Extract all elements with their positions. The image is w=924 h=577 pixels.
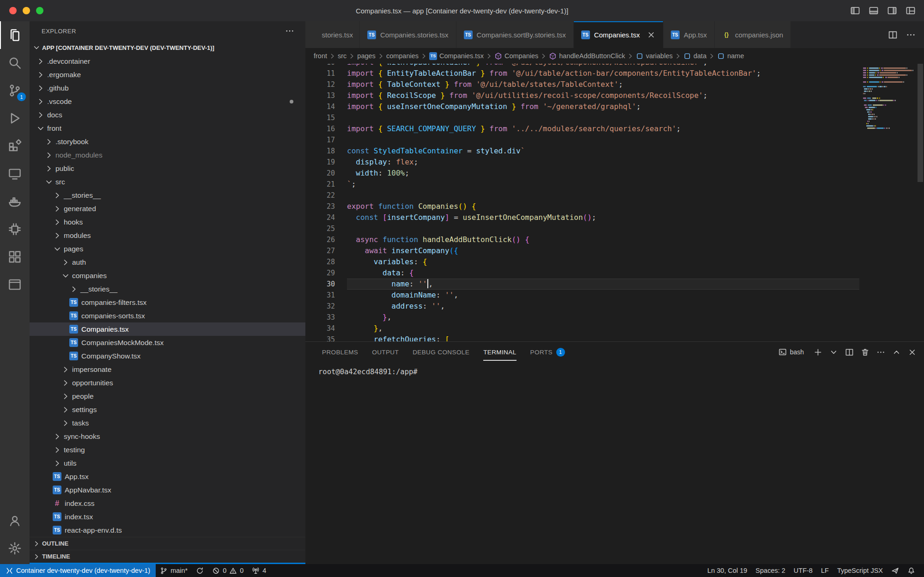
more-panel-icon[interactable] <box>876 348 885 357</box>
tree-item-utils[interactable]: utils <box>30 456 305 470</box>
minimize-window-button[interactable] <box>23 7 30 14</box>
tree-item-.github[interactable]: .github <box>30 81 305 95</box>
timeline-section[interactable]: TIMELINE <box>30 550 305 563</box>
tree-item-companies-filters.tsx[interactable]: TScompanies-filters.tsx <box>30 296 305 309</box>
code-line-25[interactable] <box>347 223 859 234</box>
editor-tab-companies.json[interactable]: {}companies.json <box>715 21 791 48</box>
editor-tab-stories.tsx[interactable]: stories.tsx <box>305 21 360 48</box>
line-number[interactable]: 14 <box>305 101 335 112</box>
line-number[interactable]: 11 <box>305 68 335 79</box>
code-line-10[interactable]: import { WithTopBarContainer } from '@/u… <box>347 64 859 68</box>
language-mode-status[interactable]: TypeScript JSX <box>833 564 887 577</box>
line-number[interactable]: 22 <box>305 190 335 201</box>
code-editor[interactable]: 1011121314151617181920212223242526272829… <box>305 64 859 341</box>
code-line-22[interactable] <box>347 190 859 201</box>
breadcrumb-item-variables[interactable]: variables <box>636 52 673 60</box>
line-number-gutter[interactable]: 1011121314151617181920212223242526272829… <box>305 64 335 341</box>
tree-item-companies-sorts.tsx[interactable]: TScompanies-sorts.tsx <box>30 309 305 322</box>
code-line-26[interactable]: async function handleAddButtonClick() { <box>347 234 859 245</box>
tree-item-index.css[interactable]: #index.css <box>30 497 305 510</box>
plus-panel-icon[interactable] <box>814 348 822 357</box>
panel-tab-debug-console[interactable]: DEBUG CONSOLE <box>413 342 469 362</box>
sync-status[interactable] <box>192 564 208 577</box>
activity-search[interactable] <box>0 49 30 77</box>
line-number[interactable]: 27 <box>305 245 335 256</box>
breadcrumb-item-Companies.tsx[interactable]: TSCompanies.tsx <box>429 52 484 60</box>
line-number[interactable]: 28 <box>305 256 335 267</box>
code-line-28[interactable]: variables: { <box>347 256 859 267</box>
tree-item-react-app-env.d.ts[interactable]: TSreact-app-env.d.ts <box>30 523 305 537</box>
tree-item-App.tsx[interactable]: TSApp.tsx <box>30 470 305 483</box>
zoom-window-button[interactable] <box>36 7 43 14</box>
code-line-27[interactable]: await insertCompany({ <box>347 245 859 256</box>
line-number[interactable]: 13 <box>305 90 335 101</box>
code-line-13[interactable]: import { RecoilScope } from '@/ui/utilit… <box>347 90 859 101</box>
close-panel-icon[interactable] <box>908 348 917 357</box>
tree-item-CompanyShow.tsx[interactable]: TSCompanyShow.tsx <box>30 349 305 363</box>
outline-section[interactable]: OUTLINE <box>30 537 305 550</box>
tree-item-pages[interactable]: pages <box>30 242 305 255</box>
line-number[interactable]: 10 <box>305 64 335 68</box>
minimap[interactable] <box>859 64 916 341</box>
activity-extensions[interactable] <box>0 132 30 160</box>
line-number[interactable]: 26 <box>305 234 335 245</box>
line-number[interactable]: 33 <box>305 312 335 323</box>
tree-item-impersonate[interactable]: impersonate <box>30 363 305 376</box>
activity-devices[interactable] <box>0 215 30 243</box>
tree-item-modules[interactable]: modules <box>30 229 305 242</box>
git-branch-status[interactable]: main* <box>156 564 192 577</box>
tree-item-__stories__[interactable]: __stories__ <box>30 188 305 202</box>
code-line-16[interactable]: import { SEARCH_COMPANY_QUERY } from '..… <box>347 123 859 134</box>
code-line-18[interactable]: const StyledTableContainer = styled.div` <box>347 146 859 157</box>
line-number[interactable]: 21 <box>305 179 335 190</box>
line-number[interactable]: 15 <box>305 112 335 123</box>
tree-item-__stories__[interactable]: __stories__ <box>30 282 305 296</box>
tree-item-auth[interactable]: auth <box>30 255 305 269</box>
activity-files[interactable] <box>0 21 30 49</box>
tree-item-index.tsx[interactable]: TSindex.tsx <box>30 510 305 523</box>
breadcrumb-item-Companies[interactable]: Companies <box>494 52 538 60</box>
chevron-down-panel-icon[interactable] <box>829 348 838 357</box>
activity-docker[interactable] <box>0 188 30 215</box>
panel-tab-terminal[interactable]: TERMINAL <box>483 342 516 362</box>
line-number[interactable]: 30 <box>305 279 335 290</box>
panel-tab-ports[interactable]: PORTS1 <box>530 342 565 362</box>
close-icon[interactable] <box>647 30 656 39</box>
activity-grid[interactable] <box>0 243 30 271</box>
layout-customize-icon[interactable] <box>906 6 916 16</box>
breadcrumb-item-src[interactable]: src <box>338 52 346 60</box>
line-number[interactable]: 29 <box>305 267 335 279</box>
editor-scrollbar[interactable] <box>916 64 924 341</box>
layout-sidebar-right-icon[interactable] <box>887 6 897 16</box>
eol-status[interactable]: LF <box>817 564 833 577</box>
code-line-12[interactable]: import { TableContext } from '@/ui/table… <box>347 79 859 90</box>
code-line-32[interactable]: address: '', <box>347 301 859 312</box>
trash-panel-icon[interactable] <box>861 348 869 357</box>
indentation-status[interactable]: Spaces: 2 <box>751 564 790 577</box>
breadcrumb-item-pages[interactable]: pages <box>357 52 376 60</box>
tree-item-.devcontainer[interactable]: .devcontainer <box>30 55 305 68</box>
encoding-status[interactable]: UTF-8 <box>790 564 817 577</box>
forwarded-ports-status[interactable]: 4 <box>248 564 270 577</box>
remote-indicator[interactable]: Container dev-twenty-dev (dev-twenty-dev… <box>0 564 156 577</box>
activity-source-control[interactable]: 1 <box>0 77 30 104</box>
code-line-15[interactable] <box>347 112 859 123</box>
activity-settings[interactable] <box>0 534 30 562</box>
panel-tab-output[interactable]: OUTPUT <box>372 342 399 362</box>
breadcrumb-item-companies[interactable]: companies <box>386 52 419 60</box>
chevron-up-panel-icon[interactable] <box>892 348 901 357</box>
line-number[interactable]: 34 <box>305 323 335 334</box>
tree-item-CompaniesMockMode.tsx[interactable]: TSCompaniesMockMode.tsx <box>30 336 305 349</box>
layout-panel-icon[interactable] <box>869 6 879 16</box>
notifications-status[interactable] <box>903 564 919 577</box>
code-line-33[interactable]: }, <box>347 312 859 323</box>
tree-item-settings[interactable]: settings <box>30 403 305 416</box>
line-number[interactable]: 35 <box>305 334 335 341</box>
more-editor-icon[interactable] <box>906 30 916 40</box>
split-editor-icon[interactable] <box>888 30 898 40</box>
tree-item-.storybook[interactable]: .storybook <box>30 135 305 148</box>
tree-item-opportunities[interactable]: opportunities <box>30 376 305 389</box>
activity-accounts[interactable] <box>0 507 30 534</box>
activity-remote-explorer[interactable] <box>0 160 30 188</box>
tree-item-tasks[interactable]: tasks <box>30 416 305 430</box>
